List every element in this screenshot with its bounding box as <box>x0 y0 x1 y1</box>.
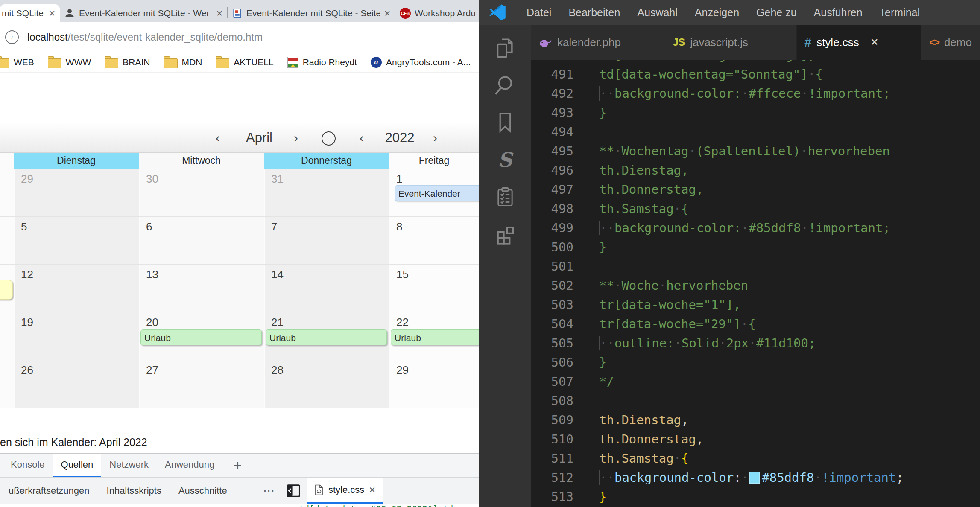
calendar-event[interactable]: Urlaub <box>391 329 479 345</box>
day-cell[interactable]: 7 <box>264 217 389 264</box>
day-cell[interactable]: 15 <box>389 265 479 312</box>
code-line[interactable]: 493} <box>531 103 980 122</box>
code-line[interactable]: 496th.Dienstag, <box>531 161 980 180</box>
day-cell[interactable] <box>0 360 14 408</box>
code-line[interactable]: 492··background-color:·#ffcece·!importan… <box>531 84 980 103</box>
day-cell[interactable]: 21Urlaub <box>264 312 389 360</box>
browser-tab[interactable]: Event-Kalender mit SQLite - Wer✕ <box>60 4 227 22</box>
editor-tab[interactable]: kalender.php <box>531 25 665 60</box>
close-icon[interactable]: ✕ <box>49 9 56 18</box>
activity-todo-button[interactable] <box>494 185 517 208</box>
code-line[interactable]: 498th.Samstag·{ <box>531 199 980 219</box>
calendar-event[interactable] <box>0 280 13 300</box>
menu-item-terminal[interactable]: Terminal <box>880 6 920 19</box>
day-cell[interactable]: 20Urlaub <box>139 312 264 360</box>
activity-extensions-button[interactable] <box>494 222 517 245</box>
menu-item-ausführen[interactable]: Ausführen <box>814 6 863 19</box>
code-line[interactable]: 507*/ <box>531 372 980 391</box>
day-cell[interactable]: 14 <box>264 265 389 312</box>
day-cell[interactable] <box>0 217 14 264</box>
site-info-icon[interactable]: i <box>5 30 19 44</box>
editor-tab[interactable]: #style.css✕ <box>797 25 921 60</box>
day-cell[interactable]: 8 <box>389 217 479 264</box>
devtools-tab[interactable]: Quellen <box>53 454 102 477</box>
url-text[interactable]: localhost/test/sqlite/event-kalender_sql… <box>27 31 263 43</box>
calendar-event[interactable]: Urlaub <box>140 329 262 345</box>
browser-tab[interactable]: mit SQLite✕ <box>0 4 60 22</box>
code-line[interactable]: 510th.Donnerstag, <box>531 430 980 449</box>
calendar-event[interactable]: Event-Kalender <box>395 185 479 201</box>
calendar-event[interactable]: Urlaub <box>266 329 387 345</box>
prev-month-button[interactable]: ‹ <box>216 128 220 147</box>
day-cell[interactable]: 26 <box>14 360 139 408</box>
day-cell[interactable] <box>0 265 14 312</box>
address-bar[interactable]: i localhost/test/sqlite/event-kalender_s… <box>0 22 479 52</box>
devtools-file-tab[interactable]: style.css ✕ <box>307 478 383 504</box>
code-line[interactable]: 499··background-color:·#85ddf8·!importan… <box>531 219 980 238</box>
code-line[interactable]: 512··background-color:·#85ddf8·!importan… <box>531 468 980 487</box>
code-line[interactable]: 502**·Woche·hervorheben <box>531 276 980 295</box>
code-line[interactable]: 505··outline:·Solid·2px·#11d100; <box>531 334 980 353</box>
day-cell[interactable]: 22Urlaub <box>389 312 479 360</box>
today-button[interactable] <box>322 131 336 146</box>
code-line[interactable]: 511th.Samstag·{ <box>531 449 980 468</box>
day-cell[interactable] <box>0 312 14 360</box>
code-line[interactable]: 508 <box>531 391 980 411</box>
code-line[interactable]: 501 <box>531 257 980 276</box>
menu-item-gehe-zu[interactable]: Gehe zu <box>756 6 797 19</box>
next-month-button[interactable]: › <box>294 128 298 147</box>
day-cell[interactable]: 13 <box>139 265 264 312</box>
day-cell[interactable] <box>0 169 14 216</box>
menu-item-bearbeiten[interactable]: Bearbeiten <box>568 6 620 19</box>
code-line[interactable]: 494 <box>531 122 980 142</box>
activity-search-button[interactable] <box>494 74 517 97</box>
code-line[interactable]: 513} <box>531 487 980 507</box>
code-line[interactable]: 491td[data-wochentag="Sonntag"]·{ <box>531 65 980 84</box>
bookmark-item[interactable]: aAngryTools.com - A... <box>371 57 471 68</box>
browser-tab[interactable]: Event-Kalender mit SQLite - Seite✕ <box>228 4 395 22</box>
browser-tab[interactable]: CFBWorkshop Arduin <box>395 4 479 22</box>
day-cell[interactable]: 27 <box>139 360 264 408</box>
code-line[interactable]: 500} <box>531 238 980 257</box>
code-line[interactable]: 506} <box>531 353 980 372</box>
bookmark-item[interactable]: AKTUELL <box>216 56 273 68</box>
bookmark-item[interactable]: MDN <box>164 56 202 68</box>
bookmark-item[interactable]: BRAIN <box>105 56 150 68</box>
devtools-subtab[interactable]: Ausschnitte <box>170 485 236 496</box>
activity-bookmarks-button[interactable] <box>494 111 517 134</box>
devtools-subtab[interactable]: ußerkraftsetzungen <box>0 485 98 496</box>
close-icon[interactable]: ✕ <box>870 36 879 48</box>
devtools-tab[interactable]: Anwendung <box>157 454 222 477</box>
code-line[interactable]: 504tr[data-woche="29"]·{ <box>531 315 980 334</box>
day-cell[interactable]: 19 <box>14 312 139 360</box>
close-icon[interactable]: ✕ <box>216 9 223 18</box>
vscode-editor[interactable]: 490td[data-wochentag="Samstag"],491td[da… <box>531 60 980 507</box>
more-icon[interactable]: ⋯ <box>263 484 275 498</box>
devtools-add-tab-button[interactable]: + <box>234 454 242 477</box>
day-cell[interactable]: 29 <box>389 360 479 408</box>
day-cell[interactable]: 5 <box>14 217 139 264</box>
code-line[interactable]: 503tr[data-woche="1"], <box>531 295 980 315</box>
code-line[interactable]: 490td[data-wochentag="Samstag"], <box>531 60 980 65</box>
close-icon[interactable]: ✕ <box>384 9 391 18</box>
devtools-subtab[interactable]: Inhaltsskripts <box>98 485 170 496</box>
day-cell[interactable]: 28 <box>264 360 389 408</box>
editor-tab[interactable]: JSjavascript.js <box>665 25 797 60</box>
code-line[interactable]: 495**·Wochentag·(Spaltentitel)·hervorheb… <box>531 142 980 161</box>
devtools-tab[interactable]: Netzwerk <box>101 454 157 477</box>
code-line[interactable]: 509th.Dienstag, <box>531 411 980 430</box>
prev-year-button[interactable]: ‹ <box>360 128 364 147</box>
menu-item-datei[interactable]: Datei <box>527 6 551 19</box>
day-cell[interactable]: 30 <box>139 169 264 216</box>
activity-stylelint-button[interactable]: S <box>494 148 517 171</box>
bookmark-item[interactable]: Radio Rheydt <box>287 57 357 68</box>
devtools-tab[interactable]: Konsole <box>3 454 53 477</box>
next-year-button[interactable]: › <box>433 128 437 147</box>
bookmark-item[interactable]: WWW <box>48 56 91 68</box>
editor-tab[interactable]: <>demo <box>921 25 980 60</box>
day-cell[interactable]: 6 <box>139 217 264 264</box>
code-line[interactable]: 497th.Donnerstag, <box>531 180 980 199</box>
close-icon[interactable]: ✕ <box>369 485 376 495</box>
bookmark-item[interactable]: WEB <box>0 56 34 68</box>
day-cell[interactable]: 12 <box>14 265 139 312</box>
